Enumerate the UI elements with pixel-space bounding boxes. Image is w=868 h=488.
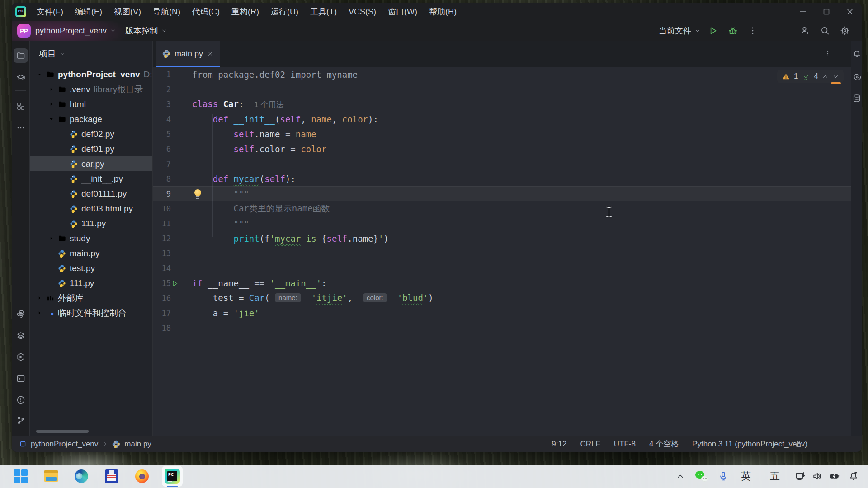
notifications-bell-icon[interactable] [852, 50, 861, 61]
tree-item-car.py[interactable]: car.py [30, 156, 152, 171]
menu-6[interactable]: 重构(R) [226, 3, 265, 21]
menu-2[interactable]: 编辑(E) [69, 3, 108, 21]
status-encoding[interactable]: UTF-8 [614, 440, 636, 449]
structure-icon[interactable] [14, 99, 28, 113]
taskbar-edge[interactable] [75, 469, 88, 483]
run-line-icon[interactable] [171, 279, 179, 289]
more-tool-windows-icon[interactable] [14, 121, 28, 135]
pycharm-logo-icon[interactable]: PC [15, 6, 26, 17]
code-line-11[interactable]: 11 """ [153, 216, 851, 231]
tab-main-py[interactable]: main.py [156, 41, 220, 67]
tray-volume-icon[interactable] [812, 471, 823, 482]
code-line-16[interactable]: 16 test = Car( name: 'itjie', color: 'bl… [153, 291, 851, 305]
tray-ime-mode[interactable]: 五 [770, 469, 780, 483]
tray-dnd-bell-icon[interactable] [848, 471, 859, 482]
code-line-9[interactable]: 9 """ [153, 186, 851, 201]
learn-icon[interactable] [14, 70, 28, 85]
tree-item-111.py[interactable]: 111.py [30, 216, 152, 231]
taskbar-app-64[interactable] [105, 469, 118, 483]
run-button[interactable] [705, 23, 721, 38]
taskbar-file-explorer[interactable] [44, 469, 58, 483]
tab-list-more-icon[interactable] [824, 50, 832, 58]
database-icon[interactable] [852, 94, 861, 105]
project-widget[interactable]: pythonProject_venv [31, 23, 121, 38]
code-line-15[interactable]: 15if __name__ == '__main__': [153, 276, 851, 291]
python-packages-icon[interactable] [14, 307, 28, 321]
menu-10[interactable]: 窗口(W) [382, 3, 423, 21]
version-control-icon[interactable] [14, 413, 28, 427]
status-caret-position[interactable]: 9:12 [552, 440, 566, 449]
code-line-3[interactable]: 3class Car: 1 个用法 [153, 97, 851, 112]
problems-icon[interactable] [14, 393, 28, 407]
ai-assistant-icon[interactable] [852, 72, 861, 84]
chevron-right-icon[interactable] [46, 101, 56, 107]
maximize-button[interactable] [815, 3, 838, 21]
code-line-7[interactable]: 7 [153, 156, 851, 171]
tree-item-main.py[interactable]: main.py [30, 246, 152, 261]
tree-item-package[interactable]: package [30, 112, 152, 127]
minimize-button[interactable] [791, 3, 815, 21]
intention-bulb-icon[interactable] [194, 189, 201, 196]
tray-ime-language[interactable]: 英 [741, 469, 751, 483]
status-indent-style[interactable]: 4 个空格 [649, 439, 679, 449]
lock-open-icon[interactable] [794, 440, 803, 448]
menu-1[interactable]: 文件(F) [31, 3, 69, 21]
run-configuration-selector[interactable]: 当前文件 [654, 23, 705, 38]
code-line-18[interactable]: 18 [153, 320, 851, 335]
status-line-separator[interactable]: CRLF [580, 440, 600, 449]
project-icon[interactable] [14, 48, 28, 63]
close-button[interactable] [838, 3, 862, 21]
code-line-14[interactable]: 14 [153, 261, 851, 276]
debug-button[interactable] [725, 23, 741, 38]
vcs-widget[interactable]: 版本控制 [121, 23, 172, 38]
chevron-down-icon[interactable] [34, 71, 44, 77]
tree-item-def02.py[interactable]: def02.py [30, 127, 152, 141]
code-line-1[interactable]: 1from package.def02 import myname [153, 67, 851, 82]
terminal-icon[interactable] [14, 371, 28, 386]
tree-item--[interactable]: 临时文件和控制台 [30, 305, 152, 320]
status-interpreter[interactable]: Python 3.11 (pythonProject_venv) [692, 440, 807, 449]
code-with-me-button[interactable] [797, 23, 813, 38]
settings-button[interactable] [837, 23, 853, 38]
code-line-2[interactable]: 2 [153, 82, 851, 97]
code-line-5[interactable]: 5 self.name = name [153, 127, 851, 141]
tree-item-def03.html.py[interactable]: def03.html.py [30, 201, 152, 216]
run-anything-icon[interactable] [14, 350, 28, 364]
menu-8[interactable]: 工具(T) [304, 3, 343, 21]
tray-expand-chevron-icon[interactable] [676, 472, 685, 481]
taskbar-firefox[interactable] [135, 469, 149, 483]
tree-item-111.py[interactable]: 111.py [30, 276, 152, 291]
tree-item-test.py[interactable]: test.py [30, 261, 152, 276]
chevron-right-icon[interactable] [46, 86, 56, 92]
chevron-right-icon[interactable] [46, 235, 56, 241]
breadcrumb-module[interactable]: pythonProject_venv [31, 440, 98, 449]
tree-item-html[interactable]: html [30, 97, 152, 112]
tree-item--[interactable]: 外部库 [30, 291, 152, 305]
code-line-4[interactable]: 4 def __init__(self, name, color): [153, 112, 851, 127]
code-editor[interactable]: 1 4 1from package.def02 import myname23c… [153, 67, 851, 436]
tree-item-def01.py[interactable]: def01.py [30, 141, 152, 156]
menu-7[interactable]: 运行(U) [265, 3, 304, 21]
code-line-12[interactable]: 12 print(f'mycar is {self.name}') [153, 231, 851, 246]
tree-item-.venv[interactable]: .venvlibrary根目录 [30, 82, 152, 97]
tree-item-__init__.py[interactable]: __init__.py [30, 171, 152, 186]
tree-item-study[interactable]: study [30, 231, 152, 246]
code-line-8[interactable]: 8 def mycar(self): [153, 171, 851, 186]
taskbar-pycharm[interactable]: PC [165, 469, 180, 484]
code-line-6[interactable]: 6 self.color = color [153, 141, 851, 156]
project-panel-title[interactable]: 项目 [39, 48, 56, 60]
project-avatar[interactable]: PP [17, 24, 31, 38]
tree-item-def01111.py[interactable]: def01111.py [30, 186, 152, 201]
tray-wechat-icon[interactable] [695, 470, 708, 483]
tray-cast-device-icon[interactable] [795, 471, 806, 482]
breadcrumb-file[interactable]: main.py [124, 440, 151, 449]
chevron-right-icon[interactable] [34, 295, 44, 301]
code-line-10[interactable]: 10 Car类里的显示name函数 [153, 201, 851, 216]
chevron-right-icon[interactable] [34, 310, 44, 316]
horizontal-scrollbar[interactable] [36, 430, 89, 433]
menu-5[interactable]: 代码(C) [186, 3, 226, 21]
chevron-down-icon[interactable] [46, 116, 56, 122]
services-layers-icon[interactable] [14, 328, 28, 343]
chevron-down-icon[interactable] [60, 51, 66, 57]
search-everywhere-button[interactable] [817, 23, 833, 38]
